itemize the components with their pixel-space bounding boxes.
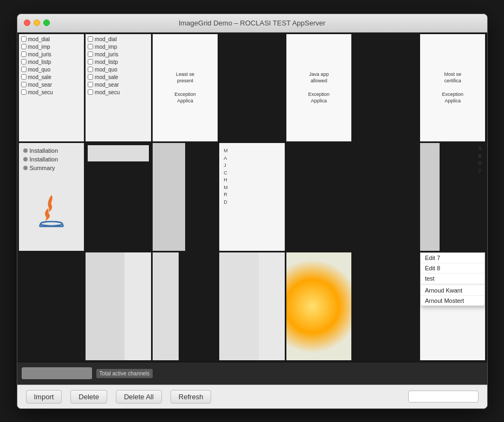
title-bar: ImageGrid Demo – ROCLASI TEST AppServer xyxy=(17,14,487,33)
grid-cell-r1c3[interactable]: Least sepresent ExceptionApplica xyxy=(153,34,218,142)
main-window: ImageGrid Demo – ROCLASI TEST AppServer … xyxy=(17,14,488,409)
cell-text-r1c5-top: Java appallowed xyxy=(307,69,331,87)
grid-cell-r3c5[interactable] xyxy=(286,252,352,360)
nav-dot-3 xyxy=(23,166,28,170)
grid-cell-r2c2[interactable] xyxy=(86,143,151,251)
status-left-area xyxy=(22,367,92,379)
svg-point-0 xyxy=(41,222,62,226)
delete-button[interactable]: Delete xyxy=(70,390,107,404)
grid-cell-r2c4[interactable]: M A J C H M R D xyxy=(219,143,285,251)
grid-cell-r2c6[interactable] xyxy=(353,143,418,251)
checkbox-item[interactable]: mod_juris xyxy=(88,51,149,57)
nav-label-3: Summary xyxy=(30,165,55,171)
grid-cell-r3c1[interactable] xyxy=(19,252,84,360)
context-menu-edit7[interactable]: Edit 7 xyxy=(421,253,485,263)
grid-cell-r1c1[interactable]: mod_dial mod_imp mod_juris mod_listp mod… xyxy=(19,34,84,142)
java-logo-svg xyxy=(35,194,68,232)
nav-dot-2 xyxy=(23,157,28,161)
window-title: ImageGrid Demo – ROCLASI TEST AppServer xyxy=(179,19,325,27)
context-menu-arnout[interactable]: Arnout Mostert xyxy=(421,296,485,306)
context-menu: Edit 7 Edit 8 test Arnoud Kwant Arnout M… xyxy=(420,252,486,306)
sidebar-nav: Installation Installation Summary xyxy=(19,143,84,176)
cell-text-r1c3-bot: ExceptionApplica xyxy=(172,89,198,107)
nav-label-1: Installation xyxy=(30,147,58,154)
nav-item-2[interactable]: Installation xyxy=(23,156,80,163)
grid-cell-r2c5[interactable] xyxy=(286,143,352,251)
grid-cell-r3c4[interactable] xyxy=(219,252,285,360)
minimize-button[interactable] xyxy=(34,20,40,26)
content-area: mod_dial mod_imp mod_juris mod_listp mod… xyxy=(17,33,487,385)
checkbox-item[interactable]: mod_sale xyxy=(88,74,149,80)
search-input[interactable] xyxy=(408,391,479,402)
context-menu-arnoud[interactable]: Arnoud Kwant xyxy=(421,285,485,296)
checkbox-item[interactable]: mod_sale xyxy=(21,74,82,80)
image-grid: mod_dial mod_imp mod_juris mod_listp mod… xyxy=(17,33,487,362)
col-text-r2c7: S B G J xyxy=(476,143,484,177)
checkbox-item[interactable]: mod_dial xyxy=(88,36,149,42)
grid-cell-r1c5[interactable]: Java appallowed ExceptionApplica xyxy=(286,34,352,142)
maximize-button[interactable] xyxy=(43,20,50,26)
checkbox-item[interactable]: mod_quo xyxy=(21,67,82,73)
grid-cell-r2c1[interactable]: Installation Installation Summary xyxy=(19,143,84,251)
import-button[interactable]: Import xyxy=(26,390,62,404)
grid-cell-r1c7[interactable]: Most secertifica ExceptionApplica xyxy=(420,34,486,142)
checkbox-item[interactable]: mod_dial xyxy=(21,36,82,42)
context-menu-edit8[interactable]: Edit 8 xyxy=(421,263,485,274)
checkbox-item[interactable]: mod_listp xyxy=(88,59,149,65)
checkbox-list-1: mod_dial mod_imp mod_juris mod_listp mod… xyxy=(19,34,84,98)
grid-cell-r2c7[interactable]: S B G J xyxy=(420,143,486,251)
traffic-lights xyxy=(24,20,50,26)
cell-text-r1c7-bot: ExceptionApplica xyxy=(440,89,466,107)
grid-cell-r3c3[interactable] xyxy=(153,252,218,360)
checkbox-item[interactable]: mod_secu xyxy=(88,89,149,95)
checkbox-item[interactable]: mod_imp xyxy=(88,44,149,50)
total-channels-label: Total active channels xyxy=(96,369,153,378)
java-logo xyxy=(19,176,84,251)
checkbox-item[interactable]: mod_sear xyxy=(21,82,82,88)
grid-cell-r1c6[interactable] xyxy=(353,34,418,142)
checkbox-item[interactable]: mod_imp xyxy=(21,44,82,50)
grid-cell-r1c2[interactable]: mod_dial mod_imp mod_juris mod_listp mod… xyxy=(86,34,151,142)
cell-text-r1c7-top: Most secertifica xyxy=(442,69,463,87)
bottom-toolbar: Import Delete Delete All Refresh xyxy=(17,385,487,408)
close-button[interactable] xyxy=(24,20,30,26)
nav-item-1[interactable]: Installation xyxy=(23,147,80,154)
checkbox-list-2: mod_dial mod_imp mod_juris mod_listp mod… xyxy=(86,34,151,98)
context-menu-test[interactable]: test xyxy=(421,274,485,284)
refresh-button[interactable]: Refresh xyxy=(171,390,212,404)
checkbox-item[interactable]: mod_secu xyxy=(21,89,82,95)
checkbox-item[interactable]: mod_quo xyxy=(88,67,149,73)
grid-cell-r2c3[interactable] xyxy=(153,143,218,251)
col-text-r2c4: M A J C H M R D xyxy=(221,145,283,208)
context-menu-separator xyxy=(421,284,485,285)
cell-text-r1c3-top: Least sepresent xyxy=(174,69,197,87)
status-bar: Total active channels xyxy=(17,362,487,385)
cell-text-r1c5-bot: ExceptionApplica xyxy=(306,89,332,107)
nav-label-2: Installation xyxy=(30,156,58,163)
nav-dot-1 xyxy=(23,148,28,153)
grid-cell-r3c2[interactable] xyxy=(86,252,151,360)
checkbox-item[interactable]: mod_listp xyxy=(21,59,82,65)
grid-cell-r3c6[interactable] xyxy=(353,252,418,360)
checkbox-item[interactable]: mod_sear xyxy=(88,82,149,88)
grid-cell-r1c4[interactable] xyxy=(219,34,285,142)
nav-item-3[interactable]: Summary xyxy=(23,165,80,171)
grid-cell-r3c7[interactable]: Edit 7 Edit 8 test Arnoud Kwant Arnout M… xyxy=(420,252,486,360)
checkbox-item[interactable]: mod_juris xyxy=(21,51,82,57)
delete-all-button[interactable]: Delete All xyxy=(116,390,162,404)
